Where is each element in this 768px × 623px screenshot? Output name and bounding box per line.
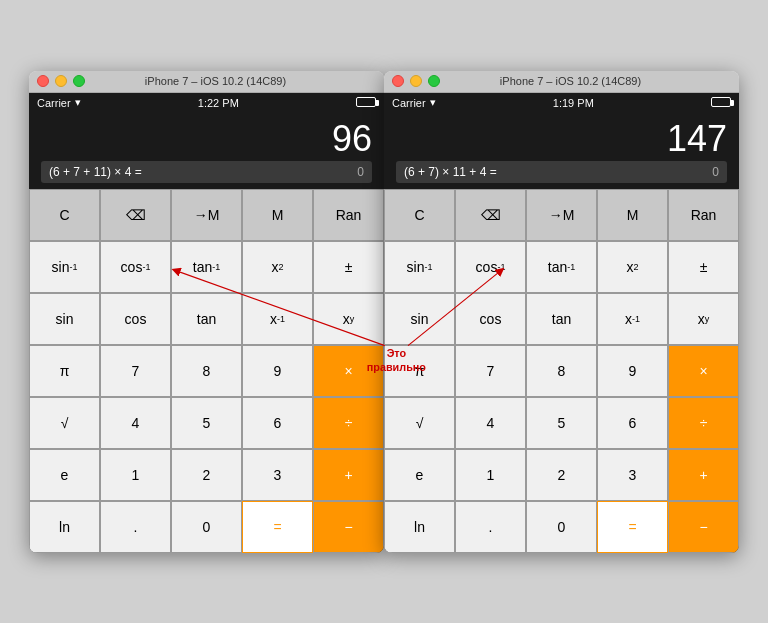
right-result: 147 <box>667 121 727 157</box>
calc-btn-6[interactable]: 6 <box>242 397 313 449</box>
calc-btn-ln[interactable]: ln <box>384 501 455 553</box>
calc-btn-0[interactable]: 0 <box>526 501 597 553</box>
calc-btn-7[interactable]: 7 <box>455 345 526 397</box>
calc-btn-_[interactable]: ÷ <box>668 397 739 449</box>
calc-btn-_[interactable]: √ <box>384 397 455 449</box>
calc-btn-9[interactable]: 9 <box>597 345 668 397</box>
left-keypad: C⌫→MMRansin-1cos-1tan-1x2±sincostanx-1xy… <box>29 189 384 553</box>
right-battery-icon <box>711 97 731 109</box>
calc-btn-_[interactable]: √ <box>29 397 100 449</box>
right-keypad: C⌫→MMRansin-1cos-1tan-1x2±sincostanx-1xy… <box>384 189 739 553</box>
calc-btn-4[interactable]: 4 <box>455 397 526 449</box>
calc-btn-1[interactable]: 1 <box>455 449 526 501</box>
calc-btn-cos__[interactable]: cos-1 <box>100 241 171 293</box>
calc-btn-1[interactable]: 1 <box>100 449 171 501</box>
close-button[interactable] <box>37 75 49 87</box>
right-status-bar: Carrier ▾ 1:19 PM <box>384 93 739 113</box>
left-result: 96 <box>332 121 372 157</box>
calc-btn-sin__[interactable]: sin-1 <box>29 241 100 293</box>
calc-btn-5[interactable]: 5 <box>171 397 242 449</box>
calc-btn-tan__[interactable]: tan-1 <box>171 241 242 293</box>
calc-btn-x__[interactable]: x-1 <box>597 293 668 345</box>
calc-btn-_[interactable]: . <box>100 501 171 553</box>
left-carrier: Carrier ▾ <box>37 96 81 109</box>
calc-btn-C[interactable]: C <box>384 189 455 241</box>
wifi-icon: ▾ <box>75 96 81 109</box>
calc-btn-Ran[interactable]: Ran <box>668 189 739 241</box>
right-titlebar: iPhone 7 – iOS 10.2 (14C89) <box>384 71 739 93</box>
calc-btn-tan[interactable]: tan <box>171 293 242 345</box>
calc-btn-tan__[interactable]: tan-1 <box>526 241 597 293</box>
calc-btn-0[interactable]: 0 <box>171 501 242 553</box>
left-window-title: iPhone 7 – iOS 10.2 (14C89) <box>55 75 376 87</box>
calc-btn-ln[interactable]: ln <box>29 501 100 553</box>
calc-btn-4[interactable]: 4 <box>100 397 171 449</box>
calc-btn-sin[interactable]: sin <box>29 293 100 345</box>
calc-btn-M[interactable]: M <box>597 189 668 241</box>
battery-icon <box>356 97 376 109</box>
left-expression: (6 + 7 + 11) × 4 = 0 <box>41 161 372 183</box>
calc-btn-3[interactable]: 3 <box>597 449 668 501</box>
right-close-button[interactable] <box>392 75 404 87</box>
right-window-title: iPhone 7 – iOS 10.2 (14C89) <box>410 75 731 87</box>
calc-btn-cos__[interactable]: cos-1 <box>455 241 526 293</box>
calc-btn-_[interactable]: π <box>29 345 100 397</box>
right-expression: (6 + 7) × 11 + 4 = 0 <box>396 161 727 183</box>
calc-btn-x_[interactable]: x2 <box>597 241 668 293</box>
calc-btn-_[interactable]: ÷ <box>313 397 384 449</box>
calc-btn-_[interactable]: = <box>242 501 313 553</box>
calc-btn-x_[interactable]: xy <box>313 293 384 345</box>
calc-btn-8[interactable]: 8 <box>171 345 242 397</box>
calc-btn-_[interactable]: × <box>313 345 384 397</box>
calc-btn-sin__[interactable]: sin-1 <box>384 241 455 293</box>
left-iphone-sim: Carrier ▾ 1:22 PM 96 (6 + 7 + 11) × 4 = … <box>29 93 384 553</box>
right-display: 147 (6 + 7) × 11 + 4 = 0 <box>384 113 739 189</box>
right-wifi-icon: ▾ <box>430 96 436 109</box>
left-display: 96 (6 + 7 + 11) × 4 = 0 <box>29 113 384 189</box>
calc-btn-9[interactable]: 9 <box>242 345 313 397</box>
calc-btn-_[interactable]: π <box>384 345 455 397</box>
calc-btn-3[interactable]: 3 <box>242 449 313 501</box>
calc-btn-_[interactable]: ± <box>668 241 739 293</box>
calc-btn-sin[interactable]: sin <box>384 293 455 345</box>
left-calculator-window: iPhone 7 – iOS 10.2 (14C89) Carrier ▾ 1:… <box>29 71 384 553</box>
calc-btn-_[interactable]: ⌫ <box>455 189 526 241</box>
calc-btn-_[interactable]: ± <box>313 241 384 293</box>
calc-btn-_[interactable]: + <box>668 449 739 501</box>
calc-btn-M[interactable]: M <box>242 189 313 241</box>
left-time: 1:22 PM <box>198 97 239 109</box>
calc-btn-_[interactable]: × <box>668 345 739 397</box>
calc-btn-cos[interactable]: cos <box>455 293 526 345</box>
calc-btn-_[interactable]: . <box>455 501 526 553</box>
calc-btn-x__[interactable]: x-1 <box>242 293 313 345</box>
calc-btn-_[interactable]: = <box>597 501 668 553</box>
right-calculator-window: iPhone 7 – iOS 10.2 (14C89) Carrier ▾ 1:… <box>384 71 739 553</box>
calc-btn-_M[interactable]: →M <box>526 189 597 241</box>
calc-btn-8[interactable]: 8 <box>526 345 597 397</box>
calc-btn-e[interactable]: e <box>384 449 455 501</box>
calc-btn-_[interactable]: ⌫ <box>100 189 171 241</box>
right-time: 1:19 PM <box>553 97 594 109</box>
calc-btn-tan[interactable]: tan <box>526 293 597 345</box>
calc-btn-_M[interactable]: →M <box>171 189 242 241</box>
right-iphone-sim: Carrier ▾ 1:19 PM 147 (6 + 7) × 11 + 4 =… <box>384 93 739 553</box>
right-carrier: Carrier ▾ <box>392 96 436 109</box>
calc-btn-6[interactable]: 6 <box>597 397 668 449</box>
calc-btn-2[interactable]: 2 <box>171 449 242 501</box>
left-status-bar: Carrier ▾ 1:22 PM <box>29 93 384 113</box>
calc-btn-x_[interactable]: xy <box>668 293 739 345</box>
calc-btn-C[interactable]: C <box>29 189 100 241</box>
calc-btn-_[interactable]: − <box>313 501 384 553</box>
calc-btn-cos[interactable]: cos <box>100 293 171 345</box>
calc-btn-2[interactable]: 2 <box>526 449 597 501</box>
calc-btn-Ran[interactable]: Ran <box>313 189 384 241</box>
calc-btn-x_[interactable]: x2 <box>242 241 313 293</box>
calc-btn-e[interactable]: e <box>29 449 100 501</box>
calc-btn-_[interactable]: + <box>313 449 384 501</box>
calc-btn-7[interactable]: 7 <box>100 345 171 397</box>
calc-btn-_[interactable]: − <box>668 501 739 553</box>
calc-btn-5[interactable]: 5 <box>526 397 597 449</box>
left-titlebar: iPhone 7 – iOS 10.2 (14C89) <box>29 71 384 93</box>
